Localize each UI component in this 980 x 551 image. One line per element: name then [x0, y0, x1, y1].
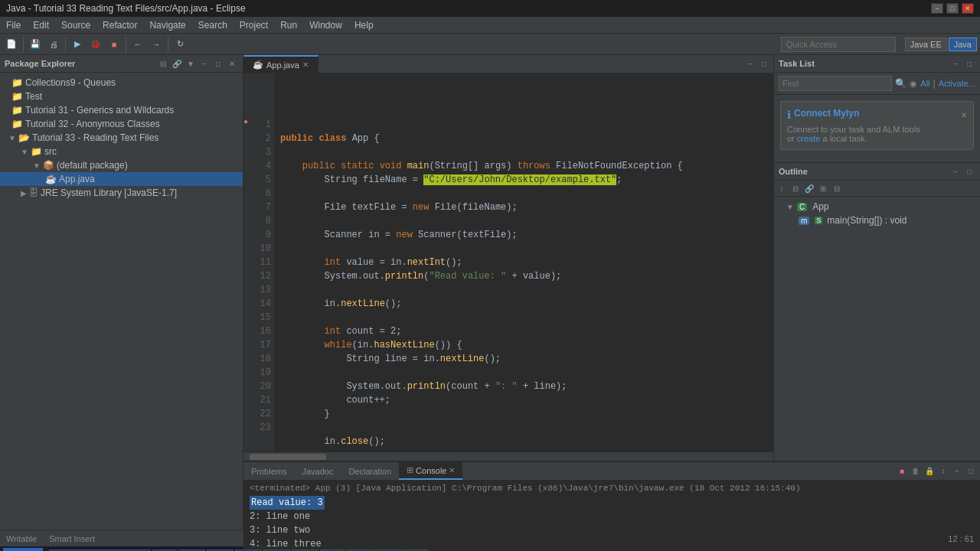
java-ee-perspective[interactable]: Java EE [905, 37, 947, 51]
tree-item-tutorial32[interactable]: 📁 Tutorial 32 - Anonymous Classes [0, 117, 243, 131]
tree-item-test[interactable]: 📁 Test [0, 90, 243, 103]
print-button[interactable]: 🖨 [45, 36, 62, 53]
package-explorer-header: Package Explorer ⊟ 🔗 ▼ − □ ✕ [0, 55, 243, 73]
expand-icon: ▼ [33, 161, 41, 170]
menu-edit[interactable]: Edit [27, 18, 55, 32]
java-perspective[interactable]: Java [949, 37, 977, 51]
link-editor-button[interactable]: 🔗 [171, 57, 183, 70]
menu-bar: File Edit Source Refactor Navigate Searc… [0, 17, 980, 34]
view-menu-button[interactable]: ▼ [185, 57, 197, 70]
outline-collapse-button[interactable]: ⊟ [831, 182, 843, 194]
minimize-button[interactable]: − [931, 3, 943, 14]
outline-minimize-button[interactable]: − [949, 165, 962, 178]
menu-run[interactable]: Run [274, 18, 303, 32]
minimize-panel-button[interactable]: − [198, 57, 211, 70]
java-tab-icon: ☕ [253, 60, 263, 70]
console-tab[interactable]: ⊞ Console ✕ [399, 462, 462, 480]
status-right: 12 : 61 [948, 534, 974, 543]
all-button[interactable]: All [920, 79, 929, 88]
outline-filter-button[interactable]: ⊟ [789, 182, 802, 194]
outline-class-app[interactable]: ▼ C App [777, 200, 977, 214]
console-expand-button[interactable]: ↕ [937, 465, 949, 478]
outline-link-button[interactable]: 🔗 [803, 182, 815, 194]
menu-file[interactable]: File [0, 18, 27, 32]
h-scrollbar-thumb[interactable] [250, 454, 326, 460]
outline-maximize-button[interactable]: □ [963, 165, 975, 178]
class-icon: C [797, 203, 807, 211]
tree-item-default-package[interactable]: ▼ 📦 (default package) [0, 158, 243, 172]
refresh-button[interactable]: ↻ [172, 36, 188, 53]
console-minimize-button[interactable]: − [951, 465, 963, 478]
tree-item-collections9[interactable]: 📁 Collections9 - Queues [0, 76, 243, 90]
bottom-panel: Problems Javadoc Declaration ⊞ Console ✕… [243, 461, 980, 551]
console-line-2: 2: line one [250, 510, 974, 523]
task-minimize-button[interactable]: − [949, 57, 962, 70]
tree-item-jre[interactable]: ▶ 🗄 JRE System Library [JavaSE-1.7] [0, 186, 243, 200]
console-maximize-button[interactable]: □ [965, 465, 977, 478]
scroll-lock-button[interactable]: 🔒 [923, 465, 936, 478]
menu-navigate[interactable]: Navigate [143, 18, 191, 32]
console-status-line: <terminated> App (3) [Java Application] … [250, 484, 974, 493]
console-line-3: 3: line two [250, 523, 974, 537]
create-task-link[interactable]: create [797, 134, 821, 143]
menu-source[interactable]: Source [55, 18, 96, 32]
menu-help[interactable]: Help [348, 18, 380, 32]
menu-project[interactable]: Project [234, 18, 274, 32]
close-mylyn-button[interactable]: ✕ [961, 111, 967, 119]
horizontal-scrollbar[interactable] [243, 452, 773, 461]
expand-icon: ▼ [8, 134, 16, 142]
menu-refactor[interactable]: Refactor [96, 18, 143, 32]
info-icon: ℹ [787, 109, 791, 121]
editor-maximize-button[interactable]: □ [758, 58, 770, 70]
problems-tab[interactable]: Problems [243, 462, 294, 480]
editor-right-row: ☕ App.java ✕ − □ 1 [243, 55, 980, 461]
menu-search[interactable]: Search [192, 18, 234, 32]
find-bar: 🔍 ◉ All | Activate... [774, 73, 980, 95]
debug-button[interactable]: 🐞 [87, 36, 104, 53]
forward-button[interactable]: → [148, 36, 165, 53]
collapse-all-button[interactable]: ⊟ [157, 57, 169, 70]
run-button[interactable]: ▶ [69, 36, 86, 53]
tree-item-app-java[interactable]: ☕ App.java [0, 172, 243, 186]
start-button[interactable]: ⊞ [3, 548, 43, 551]
maximize-button[interactable]: □ [946, 3, 959, 14]
folder-closed-icon: 📁 [11, 77, 23, 88]
code-text[interactable]: public class App { public static void ma… [274, 73, 773, 452]
toolbar-sep-3 [126, 37, 126, 52]
activate-button[interactable]: Activate... [939, 79, 975, 88]
tree-item-tutorial33[interactable]: ▼ 📂 Tutorial 33 - Reading Text Files [0, 131, 243, 145]
folder-closed-icon: 📁 [11, 119, 23, 129]
maximize-panel-button[interactable]: □ [212, 57, 224, 70]
editor-minimize-button[interactable]: − [744, 58, 756, 70]
tree-item-tutorial31[interactable]: 📁 Tutorial 31 - Generics and Wildcards [0, 103, 243, 117]
task-maximize-button[interactable]: □ [963, 57, 975, 70]
declaration-tab[interactable]: Declaration [341, 462, 399, 480]
new-button[interactable]: 📄 [3, 36, 20, 53]
editor-tab-app-java[interactable]: ☕ App.java ✕ [243, 55, 318, 73]
outline-expand-button[interactable]: ⊞ [817, 182, 829, 194]
status-smart-insert: Smart Insert [49, 534, 95, 543]
outline-sort-button[interactable]: ↕ [776, 182, 788, 194]
close-panel-button[interactable]: ✕ [226, 57, 238, 70]
terminate-button[interactable]: ■ [896, 465, 908, 478]
console-output: <terminated> App (3) [Java Application] … [243, 481, 980, 551]
separator: | [933, 78, 936, 89]
back-button[interactable]: ← [129, 36, 146, 53]
stop-button[interactable]: ■ [106, 36, 122, 53]
save-button[interactable]: 💾 [27, 36, 44, 53]
close-button[interactable]: ✕ [962, 3, 974, 14]
tree-item-src[interactable]: ▼ 📁 src [0, 145, 243, 158]
bottom-tabs: Problems Javadoc Declaration ⊞ Console ✕… [243, 462, 980, 481]
title-bar: Java - Tutorial 33 Reading Text Files/sr… [0, 0, 980, 17]
find-input[interactable] [779, 76, 892, 91]
outline-expand-icon: ▼ [786, 203, 794, 211]
window-controls: − □ ✕ [931, 3, 974, 14]
folder-open-icon: 📂 [18, 132, 30, 143]
code-editor[interactable]: 1 2 3 4 5 6 7 8 9 10 11 12 13 14 [243, 73, 773, 452]
menu-window[interactable]: Window [303, 18, 348, 32]
console-clear-button[interactable]: 🗑 [910, 465, 922, 478]
javadoc-tab[interactable]: Javadoc [294, 462, 341, 480]
quick-access-input[interactable] [781, 37, 896, 52]
close-tab-button[interactable]: ✕ [302, 60, 309, 69]
outline-method-main[interactable]: m S main(String[]) : void [777, 214, 977, 227]
